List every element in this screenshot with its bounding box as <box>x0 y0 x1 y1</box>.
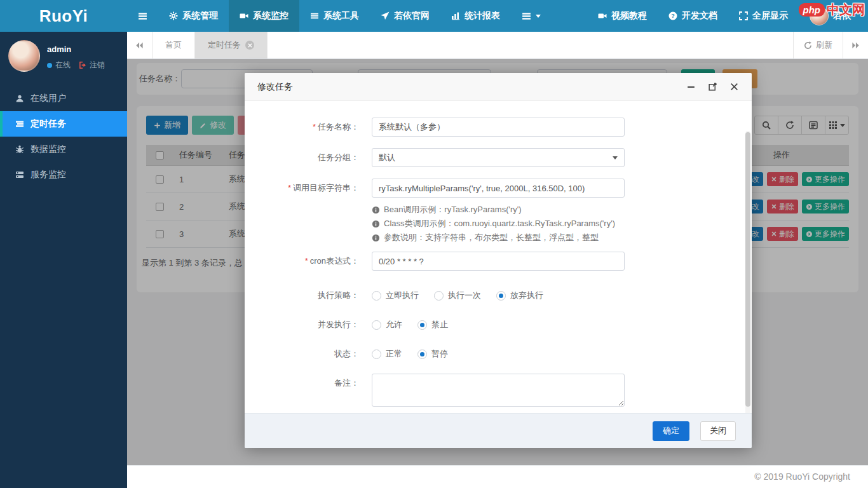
list-icon <box>310 11 319 20</box>
confirm-button[interactable]: 确定 <box>653 421 689 441</box>
form-row-job-name: *任务名称： <box>245 118 752 137</box>
radio-circle-checked <box>417 320 427 330</box>
modal-body: *任务名称： 任务分组： 默认 *调用目标字符串： Bean调用示例：ryTas… <box>245 101 752 413</box>
tab-label: 定时任务 <box>208 39 241 51</box>
bars-icon <box>522 11 531 21</box>
required-marker: * <box>313 122 316 132</box>
sidebar-item-label: 在线用户 <box>31 93 66 104</box>
watermark: php 中文网 <box>799 1 865 18</box>
sidebar-item-label: 数据监控 <box>31 144 66 155</box>
nav-item-label: 系统监控 <box>253 10 288 22</box>
tab-scheduled-jobs[interactable]: 定时任务 <box>195 32 268 58</box>
sidebar-toggle-button[interactable] <box>127 0 158 32</box>
field-label: 备注： <box>245 374 359 409</box>
field-label: *调用目标字符串： <box>245 179 359 245</box>
sidebar-item-label: 服务监控 <box>31 169 66 180</box>
form-row-remark: 备注： <box>245 374 752 409</box>
radio-status-paused[interactable]: 暂停 <box>417 348 448 360</box>
maximize-icon[interactable] <box>708 82 717 92</box>
caret-down-icon <box>536 15 541 18</box>
form-row-job-group: 任务分组： 默认 <box>245 148 752 167</box>
nav-more-menu-button[interactable] <box>511 0 552 32</box>
user-name: admin <box>47 44 105 54</box>
modal-footer: 确定 关闭 <box>245 413 752 448</box>
invoke-target-help: Bean调用示例：ryTask.ryParams('ry') Class类调用示… <box>372 203 625 245</box>
tab-bar: 首页 定时任务 刷新 <box>127 32 868 59</box>
form-row-cron: *cron表达式： <box>245 252 752 271</box>
radio-misfire-once[interactable]: 执行一次 <box>434 290 481 301</box>
tabs-scroll-right-button[interactable] <box>843 32 868 58</box>
nav-item-system-monitor[interactable]: 系统监控 <box>229 0 299 32</box>
sidebar-item-online-users[interactable]: 在线用户 <box>0 86 127 111</box>
job-name-input[interactable] <box>372 118 625 137</box>
online-status-dot <box>47 63 52 68</box>
nav-item-label: 若依官网 <box>394 10 430 22</box>
scrollbar-thumb[interactable] <box>745 132 750 407</box>
send-icon <box>381 11 390 20</box>
tab-close-icon[interactable] <box>245 41 254 50</box>
nav-item-system-manage[interactable]: 系统管理 <box>158 0 229 32</box>
field-label: 状态： <box>245 344 359 363</box>
radio-misfire-abandon[interactable]: 放弃执行 <box>496 290 543 301</box>
nav-item-label: 开发文档 <box>682 10 717 22</box>
refresh-label: 刷新 <box>816 39 832 51</box>
invoke-target-input[interactable] <box>372 179 625 198</box>
question-circle-icon: ? <box>668 11 677 20</box>
bug-icon <box>15 145 24 154</box>
info-icon <box>372 220 380 228</box>
bar-chart-icon <box>451 11 460 20</box>
tab-home[interactable]: 首页 <box>153 32 195 58</box>
sidebar: admin 在线 注销 在线用户 定时任务 数据监控 服务监控 <box>0 32 127 488</box>
modal-scrollbar[interactable] <box>745 131 750 413</box>
nav-item-label: 全屏显示 <box>752 10 788 22</box>
close-button[interactable]: 关闭 <box>700 421 736 441</box>
nav-item-video-tutorial[interactable]: 视频教程 <box>587 0 658 32</box>
info-icon <box>372 206 380 214</box>
tab-label: 首页 <box>165 39 182 51</box>
svg-text:?: ? <box>671 13 675 19</box>
video-camera-icon <box>598 11 607 20</box>
sidebar-item-data-monitor[interactable]: 数据监控 <box>0 137 127 162</box>
nav-item-label: 系统工具 <box>323 10 359 22</box>
field-label: *任务名称： <box>245 118 359 137</box>
help-text: Class类调用示例：com.ruoyi.quartz.task.RyTask.… <box>384 218 615 229</box>
sidebar-user-panel: admin 在线 注销 <box>0 32 127 81</box>
gear-icon <box>169 11 178 20</box>
chevrons-right-icon <box>851 41 860 50</box>
radio-misfire-immediate[interactable]: 立即执行 <box>372 290 419 301</box>
job-group-select[interactable]: 默认 <box>372 148 625 167</box>
logout-link[interactable]: 注销 <box>79 60 105 71</box>
field-label: *cron表达式： <box>245 252 359 271</box>
nav-item-label: 视频教程 <box>611 10 647 22</box>
form-row-misfire-policy: 执行策略： 立即执行 执行一次 放弃执行 <box>245 286 752 305</box>
minimize-icon[interactable] <box>686 82 696 92</box>
tabs-scroll-left-button[interactable] <box>127 32 153 58</box>
watermark-text: 中文网 <box>827 1 865 18</box>
close-icon[interactable] <box>729 82 739 92</box>
cron-expression-input[interactable] <box>372 252 625 271</box>
nav-item-fullscreen[interactable]: 全屏显示 <box>728 0 799 32</box>
form-row-status: 状态： 正常 暂停 <box>245 344 752 363</box>
form-row-concurrent: 并发执行： 允许 禁止 <box>245 315 752 334</box>
required-marker: * <box>288 183 291 193</box>
avatar[interactable] <box>8 40 40 72</box>
sidebar-item-service-monitor[interactable]: 服务监控 <box>0 162 127 187</box>
field-label: 任务分组： <box>245 148 359 167</box>
nav-item-label: 统计报表 <box>465 10 500 22</box>
logout-label: 注销 <box>90 60 105 71</box>
sidebar-menu: 在线用户 定时任务 数据监控 服务监控 <box>0 86 127 187</box>
nav-item-official-site[interactable]: 若依官网 <box>370 0 440 32</box>
nav-item-system-tools[interactable]: 系统工具 <box>299 0 370 32</box>
radio-status-normal[interactable]: 正常 <box>372 348 402 360</box>
remark-textarea[interactable] <box>372 374 625 407</box>
radio-circle <box>372 349 381 359</box>
sidebar-item-scheduled-jobs[interactable]: 定时任务 <box>0 111 127 137</box>
refresh-icon <box>804 41 812 50</box>
nav-item-dev-docs[interactable]: ? 开发文档 <box>658 0 728 32</box>
radio-concurrent-allow[interactable]: 允许 <box>372 319 402 330</box>
nav-item-statistics[interactable]: 统计报表 <box>440 0 511 32</box>
tab-refresh-button[interactable]: 刷新 <box>793 32 843 58</box>
radio-concurrent-forbid[interactable]: 禁止 <box>417 319 448 330</box>
chevrons-left-icon <box>135 41 144 50</box>
top-navbar: RuoYi 系统管理 系统监控 系统工具 若依官网 统计报表 视频教程 ? 开发… <box>0 0 868 32</box>
